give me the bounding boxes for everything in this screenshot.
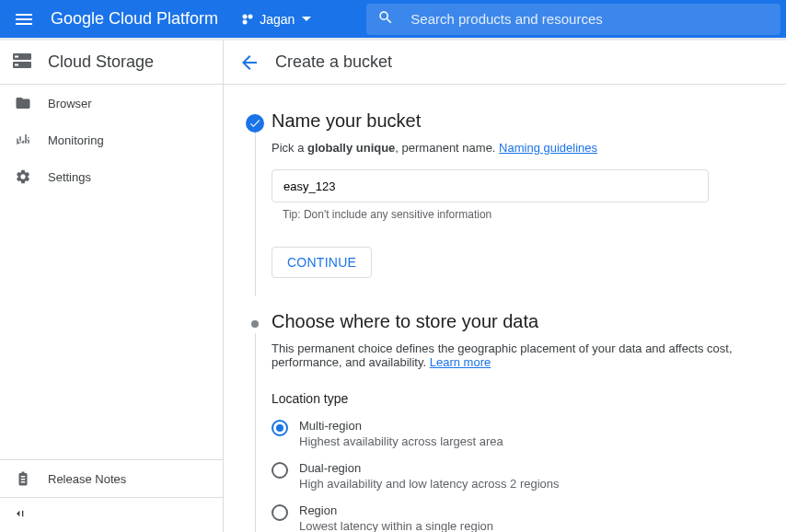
hamburger-menu[interactable] [6, 1, 42, 38]
search-container[interactable] [366, 4, 780, 35]
sidebar-nav: Browser Monitoring Settings [0, 85, 223, 459]
release-notes-icon [15, 470, 48, 487]
step-content: Name your bucket Pick a globally unique,… [272, 110, 771, 278]
svg-rect-5 [15, 55, 18, 57]
collapse-sidebar-button[interactable] [0, 497, 223, 532]
subtitle-post: , permanent name. [395, 141, 499, 155]
project-name: Jagan [260, 12, 295, 27]
content-header: Create a bucket [224, 40, 786, 85]
radio-icon [272, 462, 288, 479]
step-name-bucket: Name your bucket Pick a globally unique,… [238, 110, 771, 278]
location-type-label: Location type [272, 391, 771, 406]
search-input[interactable] [410, 11, 769, 27]
subtitle-pre: Pick a [272, 141, 307, 155]
browser-icon [15, 95, 48, 111]
check-icon [246, 114, 264, 133]
gcp-logo[interactable]: Google Cloud Platform [51, 9, 218, 29]
step-connector-line [255, 333, 256, 532]
project-dots-icon [241, 13, 254, 26]
step-title: Choose where to store your data [272, 311, 771, 332]
radio-option-region[interactable]: Region Lowest latency within a single re… [272, 503, 771, 532]
search-icon [377, 9, 394, 29]
sidebar-item-label: Browser [48, 97, 92, 110]
svg-rect-6 [15, 64, 18, 65]
bucket-name-tip: Tip: Don't include any sensitive informa… [283, 208, 771, 221]
sidebar-item-release-notes[interactable]: Release Notes [0, 460, 223, 497]
sidebar-item-label: Settings [48, 170, 91, 184]
step-connector-line [255, 133, 256, 296]
collapse-icon [13, 506, 28, 525]
back-arrow-button[interactable] [238, 52, 275, 74]
sidebar-item-browser[interactable]: Browser [0, 85, 223, 121]
monitoring-icon [15, 132, 48, 148]
step-description-text: This permanent choice defines the geogra… [272, 341, 733, 369]
hamburger-icon [16, 14, 32, 25]
page-title: Create a bucket [275, 52, 392, 72]
learn-more-link[interactable]: Learn more [430, 355, 491, 369]
radio-icon [272, 420, 288, 436]
radio-label: Multi-region [299, 419, 503, 433]
content-area: Create a bucket Name your bucket Pick a … [224, 40, 786, 532]
step-dot-icon [251, 320, 259, 328]
continue-button[interactable]: CONTINUE [272, 247, 372, 278]
svg-point-2 [243, 19, 248, 24]
step-indicator [238, 311, 272, 532]
logo-text-light: Google [51, 9, 104, 28]
svg-point-1 [249, 14, 253, 18]
step-content: Choose where to store your data This per… [272, 311, 771, 532]
step-description: This permanent choice defines the geogra… [272, 341, 771, 369]
radio-description: Highest availability across largest area [299, 434, 503, 448]
sidebar-item-label: Release Notes [48, 472, 126, 486]
sidebar-item-monitoring[interactable]: Monitoring [0, 121, 223, 158]
subtitle-bold: globally unique [307, 141, 395, 155]
sidebar: Cloud Storage Browser Monitoring Setting… [0, 40, 224, 532]
project-selector[interactable]: Jagan [241, 12, 311, 27]
step-subtitle: Pick a globally unique, permanent name. … [272, 141, 771, 155]
naming-guidelines-link[interactable]: Naming guidelines [499, 141, 597, 155]
bucket-name-input[interactable] [272, 169, 709, 202]
sidebar-item-label: Monitoring [48, 133, 104, 147]
caret-down-icon [302, 17, 311, 21]
sidebar-title: Cloud Storage [0, 40, 223, 85]
sidebar-item-settings[interactable]: Settings [0, 158, 223, 195]
top-header: Google Cloud Platform Jagan [0, 0, 786, 38]
radio-description: Lowest latency within a single region [299, 519, 493, 532]
radio-option-multi-region[interactable]: Multi-region Highest availability across… [272, 419, 771, 448]
step-title: Name your bucket [272, 110, 771, 132]
storage-product-icon [11, 50, 40, 75]
radio-description: High availability and low latency across… [299, 477, 560, 491]
radio-option-dual-region[interactable]: Dual-region High availability and low la… [272, 461, 771, 491]
step-choose-location: Choose where to store your data This per… [238, 311, 771, 532]
form-area: Name your bucket Pick a globally unique,… [224, 85, 786, 532]
step-indicator [238, 110, 272, 278]
settings-icon [15, 168, 48, 185]
logo-text-bold: Cloud Platform [109, 9, 218, 28]
radio-label: Region [299, 503, 493, 517]
svg-point-0 [243, 14, 248, 18]
sidebar-title-text: Cloud Storage [48, 52, 154, 72]
radio-label: Dual-region [299, 461, 560, 475]
radio-icon [272, 504, 288, 521]
sidebar-footer: Release Notes [0, 459, 223, 497]
